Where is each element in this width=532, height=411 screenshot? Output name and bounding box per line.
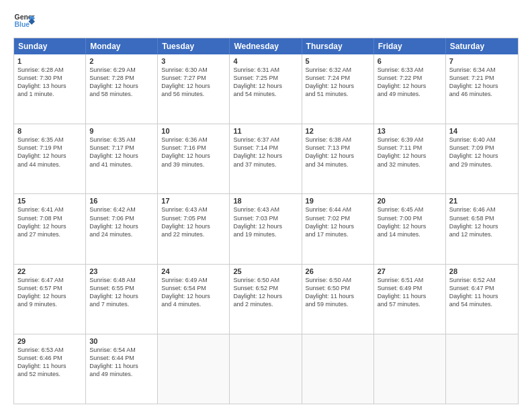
header-day-monday: Monday [86,38,158,54]
calendar-row-2: 15Sunrise: 6:41 AM Sunset: 7:08 PM Dayli… [14,193,518,263]
day-number: 19 [306,197,370,205]
header-day-saturday: Saturday [446,38,518,54]
day-number: 14 [449,127,515,135]
day-number: 29 [17,337,82,345]
header-day-thursday: Thursday [302,38,374,54]
day-number: 7 [449,57,515,65]
calendar-cell [374,334,446,404]
calendar-cell: 22Sunrise: 6:47 AM Sunset: 6:57 PM Dayli… [14,265,86,334]
page: General Blue SundayMondayTuesdayWednesda… [0,0,532,411]
day-number: 11 [233,127,298,135]
calendar-cell: 13Sunrise: 6:39 AM Sunset: 7:11 PM Dayli… [374,124,446,193]
calendar-cell: 1Sunrise: 6:28 AM Sunset: 7:30 PM Daylig… [14,54,86,124]
day-info: Sunrise: 6:37 AM Sunset: 7:14 PM Dayligh… [233,136,298,169]
calendar-cell: 15Sunrise: 6:41 AM Sunset: 7:08 PM Dayli… [14,194,86,263]
day-info: Sunrise: 6:36 AM Sunset: 7:16 PM Dayligh… [161,136,226,169]
header-day-friday: Friday [374,38,446,54]
day-info: Sunrise: 6:48 AM Sunset: 6:55 PM Dayligh… [89,276,154,309]
day-number: 27 [378,267,442,275]
day-number: 15 [17,197,82,205]
day-info: Sunrise: 6:35 AM Sunset: 7:17 PM Dayligh… [89,136,154,169]
day-info: Sunrise: 6:43 AM Sunset: 7:03 PM Dayligh… [233,205,298,238]
day-info: Sunrise: 6:31 AM Sunset: 7:25 PM Dayligh… [233,66,298,99]
calendar-cell: 14Sunrise: 6:40 AM Sunset: 7:09 PM Dayli… [446,124,518,193]
day-number: 28 [449,267,515,275]
calendar-cell: 8Sunrise: 6:35 AM Sunset: 7:19 PM Daylig… [14,124,86,193]
calendar-cell: 12Sunrise: 6:38 AM Sunset: 7:13 PM Dayli… [302,124,374,193]
day-number: 10 [161,127,226,135]
day-info: Sunrise: 6:44 AM Sunset: 7:02 PM Dayligh… [306,205,370,238]
day-info: Sunrise: 6:38 AM Sunset: 7:13 PM Dayligh… [306,136,370,169]
day-info: Sunrise: 6:45 AM Sunset: 7:00 PM Dayligh… [378,205,442,238]
day-number: 12 [306,127,370,135]
day-info: Sunrise: 6:54 AM Sunset: 6:44 PM Dayligh… [89,346,154,379]
calendar-cell: 25Sunrise: 6:50 AM Sunset: 6:52 PM Dayli… [230,265,302,334]
day-info: Sunrise: 6:53 AM Sunset: 6:46 PM Dayligh… [17,346,82,379]
calendar-cell: 7Sunrise: 6:34 AM Sunset: 7:21 PM Daylig… [446,54,518,124]
calendar-row-1: 8Sunrise: 6:35 AM Sunset: 7:19 PM Daylig… [14,124,518,193]
calendar-cell: 26Sunrise: 6:50 AM Sunset: 6:50 PM Dayli… [302,265,374,334]
calendar-cell: 28Sunrise: 6:52 AM Sunset: 6:47 PM Dayli… [446,265,518,334]
calendar: SundayMondayTuesdayWednesdayThursdayFrid… [13,38,519,404]
calendar-cell [230,334,302,404]
calendar-body: 1Sunrise: 6:28 AM Sunset: 7:30 PM Daylig… [14,54,518,404]
day-number: 8 [17,127,82,135]
calendar-cell: 24Sunrise: 6:49 AM Sunset: 6:54 PM Dayli… [158,265,230,334]
day-info: Sunrise: 6:29 AM Sunset: 7:28 PM Dayligh… [89,66,154,99]
day-info: Sunrise: 6:50 AM Sunset: 6:50 PM Dayligh… [306,276,370,309]
day-info: Sunrise: 6:52 AM Sunset: 6:47 PM Dayligh… [449,276,515,309]
day-info: Sunrise: 6:51 AM Sunset: 6:49 PM Dayligh… [378,276,442,309]
calendar-cell: 30Sunrise: 6:54 AM Sunset: 6:44 PM Dayli… [86,334,158,404]
day-number: 22 [17,267,82,275]
day-number: 4 [233,57,298,65]
calendar-cell: 16Sunrise: 6:42 AM Sunset: 7:06 PM Dayli… [86,194,158,263]
day-number: 9 [89,127,154,135]
header-day-sunday: Sunday [14,38,86,54]
day-number: 25 [233,267,298,275]
calendar-cell: 27Sunrise: 6:51 AM Sunset: 6:49 PM Dayli… [374,265,446,334]
calendar-cell: 4Sunrise: 6:31 AM Sunset: 7:25 PM Daylig… [230,54,302,124]
day-number: 5 [306,57,370,65]
calendar-cell: 11Sunrise: 6:37 AM Sunset: 7:14 PM Dayli… [230,124,302,193]
header-day-tuesday: Tuesday [158,38,230,54]
calendar-cell: 19Sunrise: 6:44 AM Sunset: 7:02 PM Dayli… [302,194,374,263]
calendar-cell [158,334,230,404]
day-number: 20 [378,197,442,205]
calendar-cell: 20Sunrise: 6:45 AM Sunset: 7:00 PM Dayli… [374,194,446,263]
calendar-row-3: 22Sunrise: 6:47 AM Sunset: 6:57 PM Dayli… [14,264,518,334]
day-number: 17 [161,197,226,205]
calendar-row-0: 1Sunrise: 6:28 AM Sunset: 7:30 PM Daylig… [14,54,518,124]
logo: General Blue [13,11,38,32]
day-info: Sunrise: 6:28 AM Sunset: 7:30 PM Dayligh… [17,66,82,99]
day-info: Sunrise: 6:39 AM Sunset: 7:11 PM Dayligh… [378,136,442,169]
calendar-cell: 9Sunrise: 6:35 AM Sunset: 7:17 PM Daylig… [86,124,158,193]
header-day-wednesday: Wednesday [230,38,302,54]
calendar-cell: 6Sunrise: 6:33 AM Sunset: 7:22 PM Daylig… [374,54,446,124]
calendar-cell: 17Sunrise: 6:43 AM Sunset: 7:05 PM Dayli… [158,194,230,263]
day-info: Sunrise: 6:32 AM Sunset: 7:24 PM Dayligh… [306,66,370,99]
logo-icon: General Blue [13,11,35,32]
day-info: Sunrise: 6:49 AM Sunset: 6:54 PM Dayligh… [161,276,226,309]
day-info: Sunrise: 6:46 AM Sunset: 6:58 PM Dayligh… [449,205,515,238]
day-info: Sunrise: 6:34 AM Sunset: 7:21 PM Dayligh… [449,66,515,99]
calendar-cell: 21Sunrise: 6:46 AM Sunset: 6:58 PM Dayli… [446,194,518,263]
day-info: Sunrise: 6:40 AM Sunset: 7:09 PM Dayligh… [449,136,515,169]
calendar-cell [446,334,518,404]
day-number: 21 [449,197,515,205]
header: General Blue [13,11,519,32]
calendar-cell: 10Sunrise: 6:36 AM Sunset: 7:16 PM Dayli… [158,124,230,193]
day-number: 18 [233,197,298,205]
calendar-header: SundayMondayTuesdayWednesdayThursdayFrid… [14,38,518,54]
day-number: 6 [378,57,442,65]
calendar-cell: 23Sunrise: 6:48 AM Sunset: 6:55 PM Dayli… [86,265,158,334]
svg-text:Blue: Blue [15,21,30,28]
day-number: 3 [161,57,226,65]
day-number: 30 [89,337,154,345]
calendar-cell: 29Sunrise: 6:53 AM Sunset: 6:46 PM Dayli… [14,334,86,404]
calendar-cell: 3Sunrise: 6:30 AM Sunset: 7:27 PM Daylig… [158,54,230,124]
day-info: Sunrise: 6:41 AM Sunset: 7:08 PM Dayligh… [17,205,82,238]
day-number: 23 [89,267,154,275]
calendar-row-4: 29Sunrise: 6:53 AM Sunset: 6:46 PM Dayli… [14,334,518,404]
day-info: Sunrise: 6:43 AM Sunset: 7:05 PM Dayligh… [161,205,226,238]
day-info: Sunrise: 6:47 AM Sunset: 6:57 PM Dayligh… [17,276,82,309]
